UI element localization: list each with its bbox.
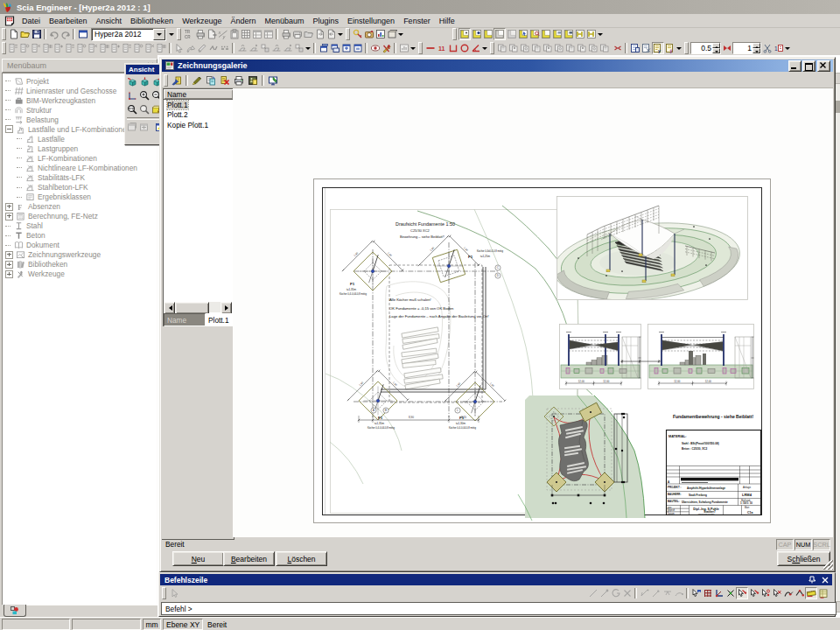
printg-icon[interactable] [232,74,246,87]
bowred-icon[interactable] [721,42,732,54]
gridwin-icon[interactable] [240,28,251,40]
undo-icon[interactable] [48,28,60,40]
sna3-icon[interactable] [662,587,673,599]
menu-item-bearbeiten[interactable]: Bearbeiten [45,15,92,27]
cur2-icon[interactable] [185,42,196,54]
sna4-icon[interactable] [673,587,684,599]
axo2-icon[interactable] [138,76,150,88]
bw1-icon[interactable] [318,42,329,54]
sna2-icon[interactable] [650,587,662,599]
dm5-icon[interactable] [110,42,122,54]
scroll-thumb[interactable] [175,302,209,314]
snv1-icon[interactable] [771,587,782,599]
dm3-icon[interactable] [31,42,42,54]
fold2-icon[interactable] [303,28,314,40]
monitor-icon[interactable] [266,74,280,87]
sng-icon[interactable] [610,587,621,599]
scale-spinner[interactable]: 1 [732,42,761,54]
combo-more-dropdown[interactable] [168,29,175,40]
menu-item-bibliotheken[interactable]: Bibliotheken [126,15,178,27]
tree-expander[interactable] [5,261,13,269]
command-line-titlebar[interactable]: Befehlszeile [160,574,832,585]
layh-icon[interactable] [585,28,597,40]
cursred-icon[interactable] [736,587,748,599]
gallery-list-item-plott-2[interactable]: Plott.2 [164,110,234,121]
layw-icon[interactable] [506,28,517,40]
tabley-icon[interactable] [817,587,829,599]
snl1-icon[interactable] [587,587,598,599]
dm2-icon[interactable] [19,42,31,54]
name-field-value[interactable]: Plott.1 [206,313,233,326]
cur1-icon[interactable] [173,42,185,54]
layb2-icon[interactable] [563,28,574,40]
perp-icon[interactable] [713,587,724,599]
tree-item-ergebnisklassen[interactable]: Ergebnisklassen [3,192,157,202]
tree-item-dokument[interactable]: Dokument [3,241,157,250]
pd3-icon[interactable] [553,42,564,54]
tree-expander[interactable] [5,203,13,211]
copydoc-icon[interactable] [204,74,218,87]
tree-expander[interactable] [5,270,13,278]
layv3-icon[interactable] [482,28,494,40]
chsm-icon[interactable] [398,42,410,54]
tree-expander[interactable] [5,125,13,133]
axis-icon[interactable] [126,90,138,102]
delx-icon[interactable] [218,74,232,87]
save-icon[interactable] [31,28,42,40]
wing2-icon[interactable] [138,122,150,133]
wizard-icon[interactable] [170,74,184,87]
dropdown-arrow[interactable] [676,43,682,54]
linewidth-spinner[interactable]: 0.5 [690,42,721,54]
dm4-icon[interactable] [42,42,53,54]
close-dialog-button[interactable]: Schließen [777,551,830,566]
zoomarr-icon[interactable] [126,103,138,115]
scroll-left-arrow[interactable] [164,302,175,314]
cursblue-icon[interactable] [690,587,702,599]
layv2-icon[interactable] [471,28,482,40]
mv2-icon[interactable] [282,42,293,54]
gallery-list-item-kopie-plott-1[interactable]: Kopie Plott.1 [164,120,234,130]
menu-item-ansicht[interactable]: Ansicht [92,15,127,27]
pd3-icon[interactable] [519,42,530,54]
snv3-icon[interactable] [794,587,805,599]
gallery-list-item-plott-1[interactable]: Plott.1 [164,100,234,110]
redo2-icon[interactable] [458,42,470,54]
mv2-icon[interactable] [248,42,259,54]
tree-expander[interactable] [5,213,13,220]
pd2-icon[interactable] [576,42,587,54]
pencil-icon[interactable] [190,74,204,87]
eyered-icon[interactable] [369,42,381,54]
gridred-icon[interactable] [702,587,713,599]
cmdarrow-icon[interactable] [168,587,179,599]
mv3-icon[interactable] [293,42,304,54]
open-icon[interactable] [19,28,31,40]
tree-item-werkzeuge[interactable]: Werkzeuge [3,270,157,279]
menu-item-einstellungen[interactable]: Einstellungen [343,15,399,27]
status-plane[interactable]: Ebene XY [163,619,203,630]
dropdown-arrow[interactable] [784,43,791,54]
pd1-icon[interactable] [598,42,610,54]
menu-item-hilfe[interactable]: Hilfe [435,15,459,27]
minimize-button[interactable] [788,60,802,72]
winblue-icon[interactable] [77,28,88,40]
tree-item-absenzen[interactable]: Absenzen [3,202,157,212]
tree-item-lf-kombinationen[interactable]: LF-Kombinationen [3,153,157,163]
cursred2-icon[interactable] [760,587,771,599]
dm2-icon[interactable] [133,42,144,54]
project-combo-dropdown[interactable] [153,29,165,40]
pp2-icon[interactable] [219,42,230,54]
layv3-icon[interactable] [540,28,551,40]
tree-item-nichtlineare-lf-kombinationen[interactable]: Nichtlineare LF-Kombinationen [3,163,157,172]
tree-item-bibliotheken[interactable]: Bibliotheken [3,260,157,270]
maximize-button[interactable] [802,60,816,72]
layb1-icon[interactable] [551,28,563,40]
tree-item-beton[interactable]: Beton [3,231,157,241]
dm1-icon[interactable] [8,42,19,54]
zoomprev-icon[interactable] [138,103,150,115]
menu-item-werkzeuge[interactable]: Werkzeuge [178,15,226,27]
axo1-icon[interactable] [126,76,138,88]
bw2-icon[interactable] [329,42,340,54]
menu-item-datei[interactable]: Datei [18,15,45,27]
mv1-icon[interactable] [270,42,282,54]
dm4-icon[interactable] [156,42,167,54]
